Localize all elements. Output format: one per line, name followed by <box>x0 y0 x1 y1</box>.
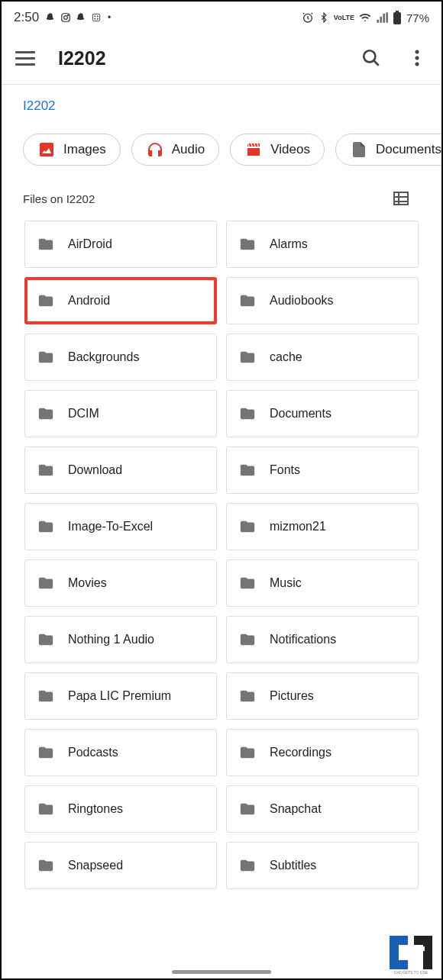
svg-rect-15 <box>40 143 53 156</box>
folder-item[interactable]: Ringtones <box>24 785 217 833</box>
folder-item[interactable]: Android <box>24 277 217 324</box>
folder-icon <box>238 292 257 309</box>
folder-item[interactable]: Subtitles <box>226 842 419 889</box>
folder-icon <box>36 292 56 309</box>
svg-point-14 <box>416 63 419 66</box>
folder-name: Notifications <box>270 633 336 646</box>
folder-icon <box>238 349 257 366</box>
folder-item[interactable]: Pictures <box>226 672 419 720</box>
folder-item[interactable]: Podcasts <box>24 729 217 776</box>
chip-videos[interactable]: Videos <box>230 134 325 166</box>
menu-button[interactable] <box>15 47 37 69</box>
svg-rect-17 <box>420 946 425 951</box>
folder-icon <box>36 462 56 479</box>
folder-icon <box>36 744 56 761</box>
folder-icon <box>238 405 257 422</box>
breadcrumb[interactable]: I2202 <box>2 85 441 121</box>
search-icon <box>361 48 381 68</box>
folder-name: Subtitles <box>270 859 316 872</box>
more-vert-icon <box>415 49 419 67</box>
document-icon <box>350 140 368 159</box>
folder-item[interactable]: cache <box>226 334 419 381</box>
folder-icon <box>36 631 56 648</box>
folder-item[interactable]: Snapchat <box>226 785 419 833</box>
folder-item[interactable]: Snapseed <box>24 842 217 889</box>
folder-name: Audiobooks <box>270 294 334 308</box>
snapchat2-icon <box>76 12 86 23</box>
alarm-icon <box>302 11 314 24</box>
navigation-bar-handle[interactable] <box>172 970 271 974</box>
folder-item[interactable]: Recordings <box>226 729 419 776</box>
status-bar: 2:50 • VoLTE 77% <box>2 2 441 32</box>
folder-item[interactable]: Notifications <box>226 616 419 663</box>
folder-icon <box>238 744 257 761</box>
folder-icon <box>238 575 257 592</box>
svg-point-7 <box>97 18 98 19</box>
chip-label: Videos <box>270 142 310 157</box>
more-button[interactable] <box>406 47 428 69</box>
chip-documents[interactable]: Documents <box>335 134 441 166</box>
app-bar: I2202 <box>2 32 441 84</box>
svg-text:GADGETS TO USE: GADGETS TO USE <box>394 970 428 975</box>
folder-item[interactable]: Nothing 1 Audio <box>24 616 217 663</box>
svg-rect-3 <box>92 14 99 21</box>
svg-point-5 <box>97 16 98 17</box>
svg-rect-9 <box>393 12 401 24</box>
chip-label: Documents <box>376 142 441 157</box>
search-button[interactable] <box>361 47 382 69</box>
folder-name: Pictures <box>270 689 314 703</box>
folder-item[interactable]: Music <box>226 559 419 607</box>
status-time: 2:50 <box>14 10 39 25</box>
svg-point-6 <box>95 18 95 19</box>
svg-point-12 <box>416 50 419 54</box>
watermark-logo: GADGETS TO USE <box>383 930 438 975</box>
video-icon <box>244 140 263 159</box>
folder-name: Snapchat <box>270 802 322 816</box>
folder-item[interactable]: mizmon21 <box>226 503 419 550</box>
folder-name: cache <box>270 350 302 364</box>
svg-point-2 <box>68 15 69 15</box>
folder-icon <box>238 857 257 874</box>
svg-point-11 <box>364 50 375 62</box>
folder-name: Documents <box>270 407 331 421</box>
folder-item[interactable]: DCIM <box>24 390 217 437</box>
folder-name: Papa LIC Premium <box>68 689 171 703</box>
folder-icon <box>36 801 56 817</box>
grid-icon <box>91 12 102 23</box>
folder-item[interactable]: Download <box>24 446 217 494</box>
folder-name: AirDroid <box>68 237 112 251</box>
folder-item[interactable]: AirDroid <box>24 221 217 268</box>
folder-item[interactable]: Fonts <box>226 446 419 494</box>
view-toggle-button[interactable] <box>391 189 411 208</box>
status-notification-icons: • <box>45 12 111 23</box>
folder-item[interactable]: Papa LIC Premium <box>24 672 217 720</box>
svg-rect-16 <box>394 192 408 205</box>
signal-icon <box>376 11 388 24</box>
headphones-icon <box>146 140 164 159</box>
folder-name: DCIM <box>68 407 99 421</box>
folder-name: Alarms <box>270 237 308 251</box>
folder-item[interactable]: Audiobooks <box>226 277 419 324</box>
folder-item[interactable]: Movies <box>24 559 217 607</box>
folder-name: Backgrounds <box>68 350 139 364</box>
chip-audio[interactable]: Audio <box>131 134 219 166</box>
folder-item[interactable]: Backgrounds <box>24 334 217 381</box>
folder-item[interactable]: Documents <box>226 390 419 437</box>
battery-icon <box>393 11 402 24</box>
filter-chips-row: Images Audio Videos Documents <box>2 121 441 181</box>
folder-name: Image-To-Excel <box>68 520 153 534</box>
folder-name: Music <box>270 576 302 590</box>
chip-images[interactable]: Images <box>23 134 121 166</box>
bluetooth-icon <box>319 12 329 23</box>
folder-item[interactable]: Alarms <box>226 221 419 268</box>
folder-name: Android <box>68 294 110 308</box>
folder-name: Podcasts <box>68 746 118 759</box>
folder-icon <box>238 801 257 817</box>
folder-item[interactable]: Image-To-Excel <box>24 503 217 550</box>
chip-label: Images <box>63 142 106 157</box>
image-icon <box>37 140 56 159</box>
folder-icon <box>238 518 257 535</box>
svg-point-13 <box>416 56 419 60</box>
folder-icon <box>36 857 56 874</box>
svg-point-4 <box>95 16 95 17</box>
